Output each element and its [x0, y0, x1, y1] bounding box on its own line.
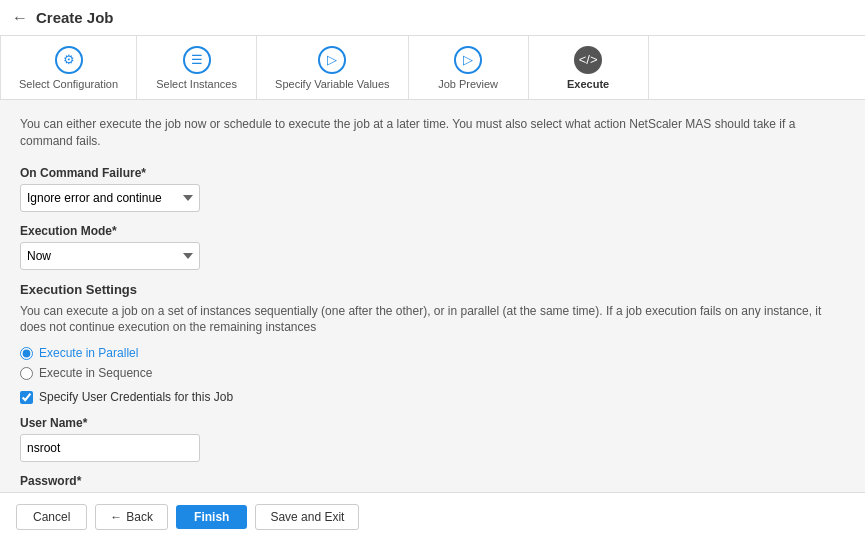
password-group: Password* i [20, 474, 845, 492]
specify-credentials-label: Specify User Credentials for this Job [39, 390, 233, 404]
tab-execute-label: Execute [567, 78, 609, 90]
header: ← Create Job [0, 0, 865, 36]
tab-execute[interactable]: </> Execute [529, 36, 649, 99]
tab-config-icon: ⚙ [55, 46, 83, 74]
username-group: User Name* [20, 416, 845, 462]
username-label: User Name* [20, 416, 845, 430]
execution-settings-title: Execution Settings [20, 282, 845, 297]
finish-button[interactable]: Finish [176, 505, 247, 529]
execution-mode-group: Execution Mode* Now Schedule [20, 224, 845, 270]
execution-mode-label: Execution Mode* [20, 224, 845, 238]
back-arrow-icon[interactable]: ← [12, 9, 28, 27]
sequence-radio-item: Execute in Sequence [20, 366, 845, 380]
back-button[interactable]: ← Back [95, 504, 168, 530]
tab-variable-icon: ▷ [318, 46, 346, 74]
info-description: You can either execute the job now or sc… [20, 116, 845, 150]
execution-settings-description: You can execute a job on a set of instan… [20, 303, 845, 337]
sequence-radio-label: Execute in Sequence [39, 366, 152, 380]
tab-select-instances[interactable]: ☰ Select Instances [137, 36, 257, 99]
tab-instances-label: Select Instances [156, 78, 237, 90]
on-command-failure-select[interactable]: Ignore error and continue Stop execution [20, 184, 200, 212]
tab-variable-label: Specify Variable Values [275, 78, 390, 90]
tab-specify-variable-values[interactable]: ▷ Specify Variable Values [257, 36, 409, 99]
parallel-radio-item: Execute in Parallel [20, 346, 845, 360]
parallel-radio-label: Execute in Parallel [39, 346, 138, 360]
specify-credentials-checkbox[interactable] [20, 391, 33, 404]
page-title: Create Job [36, 9, 114, 26]
execution-radio-group: Execute in Parallel Execute in Sequence [20, 346, 845, 380]
back-label: Back [126, 510, 153, 524]
tab-job-preview[interactable]: ▷ Job Preview [409, 36, 529, 99]
cancel-button[interactable]: Cancel [16, 504, 87, 530]
sequence-radio[interactable] [20, 367, 33, 380]
tab-instances-icon: ☰ [183, 46, 211, 74]
tab-config-label: Select Configuration [19, 78, 118, 90]
footer: Cancel ← Back Finish Save and Exit [0, 492, 865, 540]
save-exit-button[interactable]: Save and Exit [255, 504, 359, 530]
on-command-failure-group: On Command Failure* Ignore error and con… [20, 166, 845, 212]
parallel-radio[interactable] [20, 347, 33, 360]
back-arrow-icon: ← [110, 510, 122, 524]
main-content: You can either execute the job now or sc… [0, 100, 865, 492]
tab-select-configuration[interactable]: ⚙ Select Configuration [0, 36, 137, 99]
username-input[interactable] [20, 434, 200, 462]
tab-preview-label: Job Preview [438, 78, 498, 90]
execution-settings-group: Execution Settings You can execute a job… [20, 282, 845, 405]
execution-mode-select[interactable]: Now Schedule [20, 242, 200, 270]
on-command-failure-label: On Command Failure* [20, 166, 845, 180]
specify-credentials-item: Specify User Credentials for this Job [20, 390, 845, 404]
tab-preview-icon: ▷ [454, 46, 482, 74]
tabs-bar: ⚙ Select Configuration ☰ Select Instance… [0, 36, 865, 100]
tab-execute-icon: </> [574, 46, 602, 74]
password-label: Password* [20, 474, 845, 488]
